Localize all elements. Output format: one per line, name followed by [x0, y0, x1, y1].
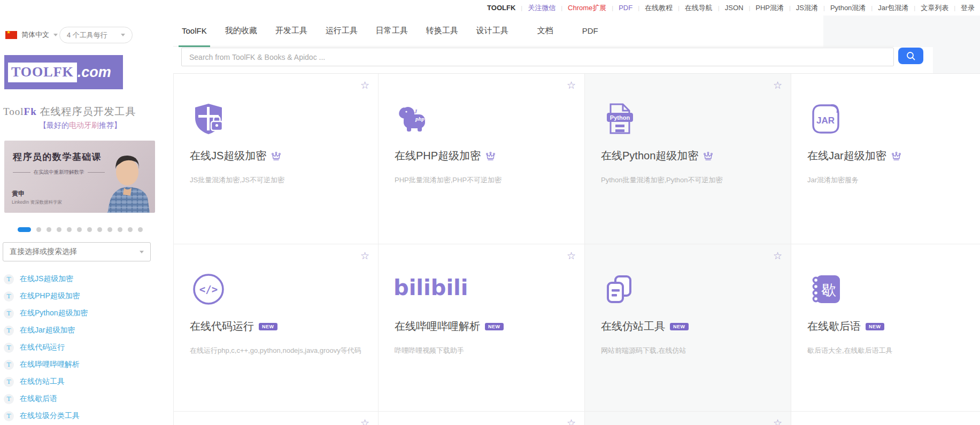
card-partial[interactable] — [791, 412, 980, 425]
favorite-star-icon[interactable]: ☆ — [773, 80, 782, 90]
sidebar-item-php-encrypt[interactable]: T在线PHP超级加密 — [4, 288, 173, 305]
banner-author-desc: LinkedIn 资深数据科学家 — [12, 199, 62, 206]
separator: | — [789, 5, 791, 11]
promo-open: 【最好的 — [39, 121, 69, 129]
svg-text:歇: 歇 — [821, 281, 836, 299]
svg-text:J: J — [414, 109, 418, 114]
tab-pdf[interactable]: PDF — [582, 16, 598, 47]
new-badge: NEW — [670, 323, 689, 330]
tab-favorites[interactable]: 我的收藏 — [225, 16, 257, 47]
tool-card-grid: ☆ 在线JS超级加密 — [173, 73, 980, 425]
favorite-star-icon[interactable]: ☆ — [567, 418, 576, 425]
favorite-star-icon[interactable]: ☆ — [567, 80, 576, 90]
card-php-encrypt[interactable]: ☆ J php 在线PHP超级加密 — [379, 74, 585, 244]
tab-docs[interactable]: 文档 — [537, 16, 553, 47]
banner-title: 程序员的数学基础课 — [13, 151, 102, 163]
favorite-star-icon[interactable]: ☆ — [567, 251, 576, 261]
topbar-link-python-obf[interactable]: Python混淆 — [830, 3, 866, 13]
topbar-link-chrome-ext[interactable]: Chrome扩展 — [568, 3, 606, 13]
carousel-dot[interactable] — [47, 227, 51, 232]
card-js-encrypt[interactable]: ☆ 在线JS超级加密 — [174, 74, 379, 244]
tool-search-select[interactable]: 直接选择或搜索选择 — [3, 242, 151, 261]
card-partial[interactable]: ☆ — [585, 412, 791, 425]
topbar-link-json[interactable]: JSON — [725, 4, 744, 12]
tab-dev-tools[interactable]: 开发工具 — [275, 16, 307, 47]
tab-daily-tools[interactable]: 日常工具 — [376, 16, 408, 47]
china-flag-icon — [5, 31, 17, 39]
tool-letter-icon: T — [4, 394, 14, 404]
site-logo[interactable]: TOOLFK .com — [4, 55, 123, 89]
favorite-star-icon[interactable]: ☆ — [360, 80, 369, 90]
sidebar-item-code-run[interactable]: T在线代码运行 — [4, 339, 173, 356]
card-xiehouyu[interactable]: 歇 在线歇后语 NEW 歇后语大全,在线歇后语工具 — [791, 244, 980, 412]
ad-banner[interactable]: 程序员的数学基础课 在实战中重新理解数学 黄申 LinkedIn 资深数据科学家 — [4, 141, 155, 213]
banner-subtitle: 在实战中重新理解数学 — [13, 169, 105, 176]
topbar-link-pdf[interactable]: PDF — [619, 4, 632, 12]
tab-design-tools[interactable]: 设计工具 — [476, 16, 508, 47]
carousel-dot[interactable] — [77, 227, 82, 232]
topbar-link-login[interactable]: 登录 — [961, 3, 975, 13]
favorite-star-icon[interactable]: ☆ — [773, 251, 782, 261]
tools-per-row-select[interactable]: 4 个工具每行 — [59, 27, 133, 43]
xiehouyu-notebook-icon: 歇 — [809, 272, 843, 306]
separator: | — [678, 5, 680, 11]
carousel-dot[interactable] — [36, 227, 41, 232]
carousel-dot[interactable] — [57, 227, 61, 232]
topbar-link-tutorials[interactable]: 在线教程 — [645, 3, 673, 13]
tab-convert-tools[interactable]: 转换工具 — [426, 16, 458, 47]
language-selector[interactable]: 简体中文 — [5, 30, 58, 40]
carousel-dot[interactable] — [107, 227, 112, 232]
chevron-down-icon — [140, 251, 144, 253]
carousel-dot[interactable] — [87, 227, 92, 232]
carousel-dot[interactable] — [138, 227, 143, 232]
search-button[interactable] — [898, 48, 923, 64]
card-site-clone[interactable]: ☆ 在线仿站工具 NEW 网站前端源码下载,在线仿站 — [585, 244, 791, 412]
separator: | — [718, 5, 720, 11]
search-input[interactable] — [181, 48, 894, 66]
topbar-link-php-obf[interactable]: PHP混淆 — [755, 3, 784, 13]
card-python-encrypt[interactable]: ☆ Python 在线Python超级加密 — [585, 74, 791, 244]
crown-icon — [891, 151, 901, 161]
sidebar-item-garbage-sort[interactable]: T在线垃圾分类工具 — [4, 407, 173, 424]
topbar-link-wechat[interactable]: 关注微信 — [528, 3, 555, 13]
separator: | — [871, 5, 873, 11]
card-partial[interactable]: ☆ — [174, 412, 379, 425]
sidebar-tool-list: T在线JS超级加密 T在线PHP超级加密 T在线Python超级加密 T在线Ja… — [4, 271, 173, 424]
sidebar-item-python-encrypt[interactable]: T在线Python超级加密 — [4, 305, 173, 322]
tab-run-tools[interactable]: 运行工具 — [326, 16, 358, 47]
sidebar-item-js-encrypt[interactable]: T在线JS超级加密 — [4, 271, 173, 288]
separator: | — [748, 5, 750, 11]
topbar-link-jar-obf[interactable]: Jar包混淆 — [878, 3, 908, 13]
favorite-star-icon[interactable]: ☆ — [773, 418, 782, 425]
promo-line: 【最好的电动牙刷推荐】 — [0, 121, 160, 130]
card-jar-encrypt[interactable]: JAR 在线Jar超级加密 Jar混淆加密服务 — [791, 74, 980, 244]
card-title: 在线Jar超级加密 — [807, 149, 886, 163]
carousel-dot-active[interactable] — [18, 227, 31, 232]
category-tabs: ToolFK 我的收藏 开发工具 运行工具 日常工具 转换工具 设计工具 文档 … — [173, 16, 894, 47]
card-desc: JS批量混淆加密,JS不可逆加密 — [190, 175, 284, 185]
topbar-link-js-obf[interactable]: JS混淆 — [796, 3, 818, 13]
tool-letter-icon: T — [4, 411, 14, 421]
separator: | — [612, 5, 613, 11]
separator: | — [823, 5, 825, 11]
topbar-link-articles[interactable]: 文章列表 — [921, 3, 948, 13]
card-partial[interactable]: ☆ — [379, 412, 585, 425]
sidebar-item-jar-encrypt[interactable]: T在线Jar超级加密 — [4, 322, 173, 339]
tool-letter-icon: T — [4, 360, 14, 370]
carousel-dot[interactable] — [97, 227, 102, 232]
card-code-run[interactable]: ☆ </> 在线代码运行 NEW 在线运行php,c,c++,go,python… — [174, 244, 379, 412]
carousel-dot[interactable] — [118, 227, 122, 232]
tab-toolfk[interactable]: ToolFK — [182, 16, 207, 47]
sidebar-item-bilibili[interactable]: T在线哔哩哔哩解析 — [4, 356, 173, 373]
topbar-link-toolfk[interactable]: TOOLFK — [487, 4, 515, 12]
carousel-dot[interactable] — [67, 227, 72, 232]
carousel-dot[interactable] — [128, 227, 133, 232]
sidebar-item-site-clone[interactable]: T在线仿站工具 — [4, 373, 173, 390]
topbar-link-nav[interactable]: 在线导航 — [685, 3, 713, 13]
new-badge: NEW — [866, 323, 884, 330]
promo-link[interactable]: 电动牙刷 — [69, 121, 99, 129]
favorite-star-icon[interactable]: ☆ — [360, 418, 369, 425]
favorite-star-icon[interactable]: ☆ — [360, 251, 369, 261]
card-bilibili-parse[interactable]: ☆ bilibili 在线哔哩哔哩解析 NEW 哔哩哔哩视频下载助手 — [379, 244, 585, 412]
sidebar-item-xiehouyu[interactable]: T在线歇后语 — [4, 390, 173, 407]
